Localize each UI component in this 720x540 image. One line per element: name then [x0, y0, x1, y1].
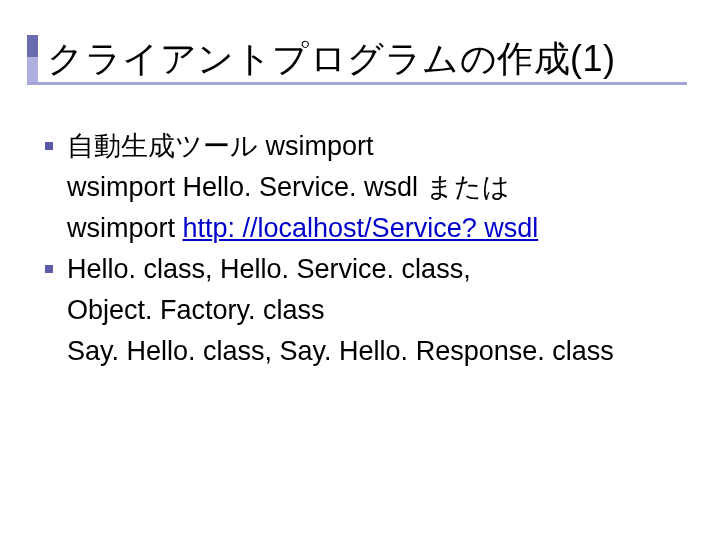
bullet-icon [45, 265, 53, 273]
title-accent [27, 35, 38, 83]
accent-bottom-square [27, 57, 38, 83]
item-line-prefix: wsimport [67, 213, 183, 243]
item-line: Say. Hello. class, Say. Hello. Response.… [67, 331, 685, 372]
item-line: Hello. class, Hello. Service. class, [67, 249, 685, 290]
slide: クライアントプログラムの作成(1) 自動生成ツール wsimport wsimp… [0, 0, 720, 392]
title-block: クライアントプログラムの作成(1) [25, 35, 695, 84]
list-item: 自動生成ツール wsimport [67, 126, 685, 167]
content: 自動生成ツール wsimport wsimport Hello. Service… [25, 104, 695, 372]
url-link[interactable]: http: //localhost/Service? wsdl [183, 213, 539, 243]
item-line: wsimport http: //localhost/Service? wsdl [67, 208, 685, 249]
accent-top-square [27, 35, 38, 57]
item-line: 自動生成ツール wsimport [67, 126, 685, 167]
page-title: クライアントプログラムの作成(1) [25, 35, 695, 84]
list-item: Hello. class, Hello. Service. class, [67, 249, 685, 290]
item-line: Object. Factory. class [67, 290, 685, 331]
title-underline [27, 82, 687, 85]
item-line: wsimport Hello. Service. wsdl または [67, 167, 685, 208]
bullet-icon [45, 142, 53, 150]
